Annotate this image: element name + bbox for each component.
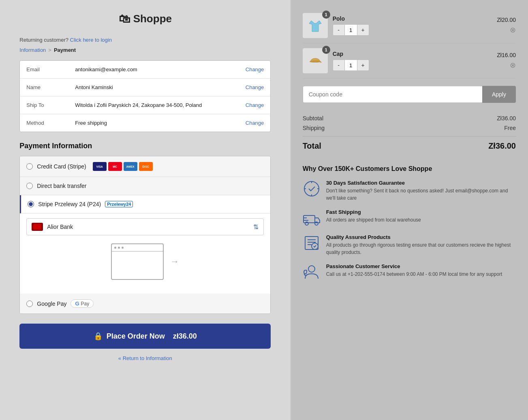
shipto-label: Ship To bbox=[26, 102, 75, 108]
alior-logo-icon bbox=[32, 223, 43, 231]
cap-qty-decrease[interactable]: - bbox=[333, 60, 344, 70]
email-label: Email bbox=[26, 66, 75, 72]
breadcrumb: Information > Payment bbox=[19, 47, 271, 53]
shipping-row: Shipping Free bbox=[303, 123, 516, 133]
quality-desc: All products go through rigorous testing… bbox=[326, 241, 516, 256]
polo-qty-value: 1 bbox=[344, 25, 357, 35]
cap-qty-increase[interactable]: + bbox=[357, 60, 369, 70]
trust-item-guarantee: 30 Days Satisfaction Gaurantee Don't lik… bbox=[303, 180, 516, 202]
google-pay-radio[interactable] bbox=[26, 301, 33, 307]
gpay-badge: G Pay bbox=[71, 299, 94, 308]
polo-info: Polo - 1 + bbox=[333, 15, 492, 36]
cap-badge: 1 bbox=[322, 46, 330, 54]
payment-option-google-pay[interactable]: Google Pay G Pay bbox=[20, 294, 270, 313]
shipping-title: Fast Shipping bbox=[326, 209, 421, 215]
visa-icon: VISA bbox=[93, 162, 107, 171]
place-order-label: Place Order Now bbox=[107, 332, 169, 341]
trust-item-quality: Quality Assured Products All products go… bbox=[303, 234, 516, 256]
breadcrumb-info[interactable]: Information bbox=[19, 47, 46, 53]
svg-point-0 bbox=[304, 181, 319, 196]
name-change-link[interactable]: Change bbox=[246, 84, 264, 90]
method-change-link[interactable]: Change bbox=[246, 120, 264, 126]
return-to-information-link[interactable]: « Return to Information bbox=[118, 355, 172, 361]
logo: 🛍 Shoppe bbox=[119, 12, 172, 26]
amex-icon: AMEX bbox=[124, 162, 137, 171]
shipping-desc: All orders are shipped from local wareho… bbox=[326, 216, 421, 224]
shipto-change-link[interactable]: Change bbox=[246, 102, 264, 108]
bank-name: Alior Bank bbox=[47, 224, 73, 230]
bank-select[interactable]: Alior Bank ⇅ bbox=[26, 218, 264, 235]
method-label: Method bbox=[26, 120, 75, 126]
trust-item-support: Passionate Customer Service Call us at +… bbox=[303, 263, 516, 281]
trust-section: Why Over 150K+ Customers Love Shoppe 30 … bbox=[303, 165, 516, 281]
apply-coupon-button[interactable]: Apply bbox=[482, 86, 516, 103]
email-value: antonikami@example.com bbox=[75, 66, 245, 72]
polo-price: Zł20.00 bbox=[497, 17, 516, 23]
shipto-value: Witolda i Zofii Paryskich 24, Zakopane 3… bbox=[75, 102, 245, 108]
right-panel: 1 Polo - 1 + Zł20.00 ⊗ 1 bbox=[291, 0, 528, 420]
cap-price-area: Zł16.00 ⊗ bbox=[497, 52, 516, 70]
bank-transfer-radio[interactable] bbox=[26, 183, 33, 189]
svg-rect-1 bbox=[304, 215, 315, 223]
credit-card-radio[interactable] bbox=[26, 163, 33, 170]
guarantee-text: 30 Days Satisfaction Gaurantee Don't lik… bbox=[326, 180, 516, 202]
breadcrumb-payment: Payment bbox=[54, 47, 76, 53]
payment-option-credit-card[interactable]: Credit Card (Stripe) VISA MC AMEX DISC bbox=[20, 156, 270, 177]
guarantee-title: 30 Days Satisfaction Gaurantee bbox=[326, 180, 516, 186]
google-pay-label: Google Pay bbox=[37, 301, 66, 307]
card-icons: VISA MC AMEX DISC bbox=[93, 162, 153, 171]
subtotal-row: Subtotal Zł36.00 bbox=[303, 113, 516, 123]
polo-badge: 1 bbox=[322, 11, 330, 19]
name-label: Name bbox=[26, 84, 75, 90]
product-card-polo: 1 Polo - 1 + Zł20.00 ⊗ bbox=[303, 8, 516, 43]
select-arrows-icon: ⇅ bbox=[253, 223, 259, 231]
quality-icon bbox=[303, 234, 321, 252]
product-card-cap: 1 Cap - 1 + Zł16.00 ⊗ bbox=[303, 43, 516, 79]
polo-remove-button[interactable]: ⊗ bbox=[510, 25, 516, 34]
login-link[interactable]: Click here to login bbox=[70, 37, 112, 43]
name-value: Antoni Kaminski bbox=[75, 84, 245, 90]
table-row: Email antonikami@example.com Change bbox=[20, 61, 270, 79]
place-order-button[interactable]: 🔒 Place Order Now zł36.00 bbox=[19, 324, 271, 349]
bank-select-left: Alior Bank bbox=[32, 223, 73, 231]
email-change-link[interactable]: Change bbox=[246, 66, 264, 72]
cap-info: Cap - 1 + bbox=[333, 51, 492, 71]
lock-icon: 🔒 bbox=[94, 332, 103, 341]
shipping-text: Fast Shipping All orders are shipped fro… bbox=[326, 209, 421, 227]
payment-option-bank-transfer[interactable]: Direct bank transfer bbox=[20, 177, 270, 195]
p24-radio[interactable] bbox=[28, 201, 34, 207]
cap-price: Zł16.00 bbox=[497, 52, 516, 58]
payment-option-p24[interactable]: Stripe Przelewy 24 (P24) Przelewy24 bbox=[20, 195, 270, 213]
totals-area: Subtotal Zł36.00 Shipping Free Total Zł3… bbox=[303, 110, 516, 156]
polo-image-wrap: 1 bbox=[303, 13, 328, 38]
total-label: Total bbox=[303, 141, 321, 151]
trust-item-shipping: Fast Shipping All orders are shipped fro… bbox=[303, 209, 516, 227]
shipping-label: Shipping bbox=[303, 125, 325, 131]
customer-service-icon bbox=[303, 263, 321, 281]
credit-card-label: Credit Card (Stripe) bbox=[37, 163, 86, 170]
polo-qty-decrease[interactable]: - bbox=[333, 25, 344, 35]
payment-options-group: Credit Card (Stripe) VISA MC AMEX DISC D… bbox=[19, 156, 271, 314]
trust-title: Why Over 150K+ Customers Love Shoppe bbox=[303, 165, 516, 173]
cap-remove-button[interactable]: ⊗ bbox=[510, 60, 516, 70]
order-summary-table: Email antonikami@example.com Change Name… bbox=[19, 60, 271, 132]
svg-point-6 bbox=[308, 266, 315, 272]
bank-transfer-label: Direct bank transfer bbox=[37, 183, 86, 189]
polo-name: Polo bbox=[333, 15, 492, 22]
browser-window-icon bbox=[111, 243, 164, 280]
polo-qty-increase[interactable]: + bbox=[357, 25, 369, 35]
discover-icon: DISC bbox=[139, 162, 153, 171]
table-row: Ship To Witolda i Zofii Paryskich 24, Za… bbox=[20, 96, 270, 114]
polo-price-area: Zł20.00 ⊗ bbox=[497, 17, 516, 34]
quality-text: Quality Assured Products All products go… bbox=[326, 234, 516, 256]
grand-total-row: Total Zł36.00 bbox=[303, 136, 516, 152]
mastercard-icon: MC bbox=[108, 162, 122, 171]
cap-name: Cap bbox=[333, 51, 492, 57]
total-value: Zł36.00 bbox=[488, 141, 516, 151]
logo-text: Shoppe bbox=[133, 13, 172, 25]
p24-logo: Przelewy24 bbox=[105, 201, 133, 207]
support-text: Passionate Customer Service Call us at +… bbox=[326, 263, 502, 281]
coupon-input[interactable] bbox=[303, 86, 482, 103]
subtotal-label: Subtotal bbox=[303, 115, 323, 122]
redirect-arrow-icon: → bbox=[170, 256, 179, 267]
